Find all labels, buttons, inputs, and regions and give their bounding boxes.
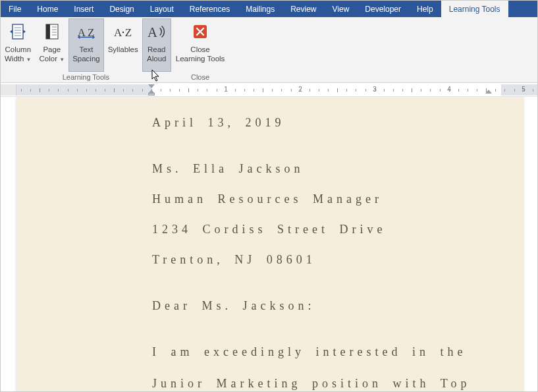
doc-body-line-1: I am exceedingly interested in the: [152, 342, 491, 362]
close-icon: [190, 21, 211, 42]
syllables-button[interactable]: A Z Syllables: [104, 18, 142, 72]
page-color-icon: [41, 21, 63, 42]
tab-learning-tools[interactable]: Learning Tools: [441, 1, 508, 17]
tab-help[interactable]: Help: [409, 1, 441, 17]
group-close: Close Learning Tools Close: [172, 17, 229, 82]
column-width-label-1: Column: [5, 45, 31, 54]
text-spacing-icon: A Z: [76, 21, 97, 42]
page-color-label-2: Color: [40, 55, 57, 63]
text-spacing-button[interactable]: A Z Text Spacing: [68, 18, 104, 72]
chevron-down-icon: ▼: [59, 57, 65, 63]
tab-view[interactable]: View: [325, 1, 358, 17]
group-label-learning-tools: Learning Tools: [1, 72, 171, 82]
svg-marker-6: [23, 30, 26, 34]
svg-text:A: A: [114, 26, 122, 39]
tab-insert[interactable]: Insert: [66, 1, 101, 17]
ribbon: Column Width ▼ Page: [1, 17, 537, 83]
syllables-icon: A Z: [113, 21, 134, 42]
tab-home[interactable]: Home: [29, 1, 66, 17]
horizontal-ruler[interactable]: 12345: [1, 83, 537, 97]
right-indent-marker[interactable]: [485, 90, 492, 94]
group-learning-tools: Column Width ▼ Page: [1, 17, 171, 82]
ruler-ticks: 12345: [16, 84, 537, 96]
page-color-button[interactable]: Page Color ▼: [36, 18, 69, 72]
text-spacing-label-2: Spacing: [72, 54, 100, 63]
page-color-label-1: Page: [43, 45, 61, 54]
tab-developer[interactable]: Developer: [357, 1, 409, 17]
chevron-down-icon: ▼: [26, 57, 32, 63]
read-aloud-icon: A: [146, 21, 167, 42]
tab-design[interactable]: Design: [101, 1, 142, 17]
svg-text:A: A: [148, 25, 157, 40]
close-lt-label-1: Close: [190, 45, 209, 54]
read-aloud-label-2: Aloud: [147, 54, 166, 63]
doc-addr-street: 1234 Cordiss Street Drive: [152, 219, 491, 239]
doc-addr-title: Human Resources Manager: [152, 189, 491, 209]
doc-addr-name: Ms. Ella Jackson: [152, 159, 491, 179]
tab-layout[interactable]: Layout: [142, 1, 182, 17]
svg-text:Z: Z: [125, 26, 132, 39]
document-page[interactable]: April 13, 2019 Ms. Ella Jackson Human Re…: [16, 97, 524, 391]
doc-body-line-2: Junior Marketing position with Top: [152, 374, 491, 391]
ribbon-tabstrip: File Home Insert Design Layout Reference…: [1, 1, 537, 17]
column-width-icon: [7, 21, 28, 42]
doc-addr-city: Trenton, NJ 08601: [152, 250, 491, 269]
text-spacing-label-1: Text: [79, 45, 93, 54]
document-workspace: April 13, 2019 Ms. Ella Jackson Human Re…: [1, 97, 537, 391]
group-label-close: Close: [172, 72, 229, 82]
svg-point-19: [122, 32, 123, 33]
tab-mailings[interactable]: Mailings: [238, 1, 282, 17]
doc-date: April 13, 2019: [152, 113, 491, 132]
tab-review[interactable]: Review: [282, 1, 324, 17]
read-aloud-button[interactable]: A Read Aloud: [142, 18, 171, 72]
column-width-button[interactable]: Column Width ▼: [1, 18, 36, 72]
ruler-gutter: [1, 84, 16, 96]
doc-salutation: Dear Ms. Jackson:: [152, 296, 491, 316]
close-lt-label-2: Learning Tools: [176, 54, 225, 63]
column-width-label-2: Width: [5, 55, 24, 63]
tab-references[interactable]: References: [182, 1, 238, 17]
first-line-indent-marker[interactable]: [148, 84, 155, 88]
tab-file[interactable]: File: [1, 1, 29, 17]
left-indent-marker[interactable]: [148, 93, 155, 96]
svg-rect-8: [46, 24, 50, 39]
syllables-label-1: Syllables: [108, 45, 138, 54]
svg-rect-0: [13, 24, 23, 39]
close-learning-tools-button[interactable]: Close Learning Tools: [172, 18, 229, 72]
svg-marker-5: [10, 30, 13, 34]
read-aloud-label-1: Read: [148, 45, 166, 54]
